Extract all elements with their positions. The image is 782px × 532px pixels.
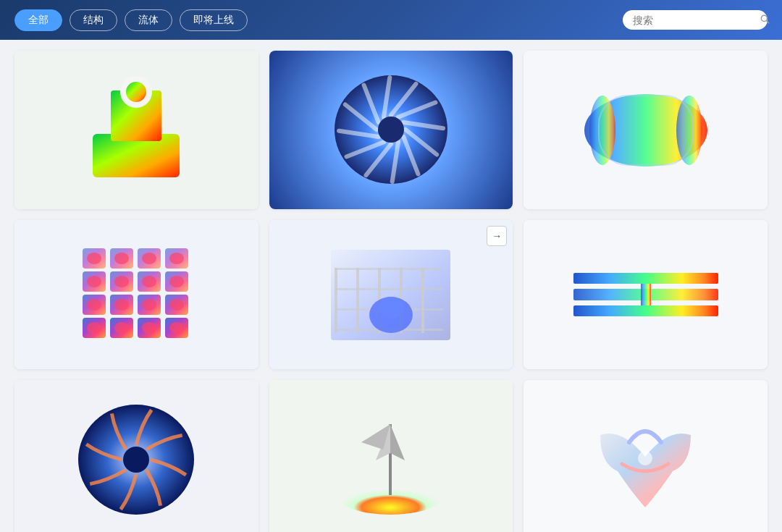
svg-point-95	[638, 451, 652, 465]
svg-rect-69	[421, 268, 424, 333]
svg-point-47	[114, 253, 129, 264]
card-6[interactable]: 工字梁三点弯曲分析APP 创作者：郑子豪 2021/6/19 99 99	[524, 220, 768, 369]
card-image-5: →	[269, 220, 513, 369]
card-2[interactable]: 气泵工况优化 创作者：刘金阳 昨天22:41 99 100	[269, 51, 513, 209]
svg-rect-65	[335, 268, 337, 333]
card-grid: 吊耳有限元分析 创作者:章勇敢 4小时前 100 99	[14, 51, 768, 532]
svg-point-56	[142, 299, 156, 311]
filter-bar: 全部结构流体即将上线	[14, 9, 248, 31]
svg-point-49	[169, 253, 184, 264]
svg-point-54	[87, 299, 101, 311]
card-image-9	[524, 380, 768, 532]
svg-point-52	[142, 276, 156, 287]
filter-btn-即将上线[interactable]: 即将上线	[180, 9, 248, 31]
svg-point-48	[142, 253, 156, 264]
filter-btn-全部[interactable]: 全部	[14, 9, 62, 31]
svg-point-55	[114, 299, 129, 311]
svg-rect-71	[335, 288, 443, 290]
card-5[interactable]: → 气溶胶仿真APP 创作者：王连法 2021/5/11 99	[269, 220, 513, 369]
card-4[interactable]: PCHE换热器模拟分析 创作者：刘杰 2022/3/28 99 99	[14, 220, 258, 369]
card-image-3	[524, 51, 768, 209]
svg-point-85	[123, 447, 149, 473]
svg-point-53	[169, 276, 184, 287]
header: 全部结构流体即将上线	[0, 0, 782, 40]
svg-point-25	[589, 96, 615, 165]
svg-point-5	[126, 82, 146, 102]
svg-point-60	[142, 322, 156, 334]
svg-point-61	[169, 322, 184, 334]
card-8[interactable]: 海上桩基泥沙冲刷分析APP 创作者：詹晓烟 2021/4/17 99 99	[269, 380, 513, 532]
card-image-8	[269, 380, 513, 532]
main-content: 吊耳有限元分析 创作者:章勇敢 4小时前 100 99	[0, 40, 782, 532]
card-image-4	[14, 220, 258, 369]
svg-point-26	[676, 96, 702, 165]
svg-point-58	[87, 322, 101, 334]
card-1[interactable]: 吊耳有限元分析 创作者:章勇敢 4小时前 100 99	[14, 51, 258, 209]
card-3[interactable]: 管嘴力学分析 创作者：郑子豪 2022/4/30 99 99	[524, 51, 768, 209]
svg-point-21	[378, 117, 404, 143]
card-image-2	[269, 51, 513, 209]
svg-point-50	[87, 276, 101, 287]
filter-btn-结构[interactable]: 结构	[70, 9, 117, 31]
svg-marker-91	[390, 424, 405, 460]
svg-point-57	[169, 299, 184, 311]
card-9[interactable]: 冷热三通水管性能评估 创作者：詹晓烟 2021/12/11 99 99	[524, 380, 768, 532]
card-arrow-btn-5[interactable]: →	[487, 226, 507, 246]
svg-point-51	[114, 276, 129, 287]
card-image-7	[14, 380, 258, 532]
search-icon	[760, 14, 770, 26]
filter-btn-流体[interactable]: 流体	[125, 9, 172, 31]
svg-point-59	[114, 322, 129, 334]
svg-point-46	[87, 253, 101, 264]
card-image-1	[14, 51, 258, 209]
search-box[interactable]	[623, 10, 768, 30]
svg-rect-70	[335, 268, 443, 270]
svg-rect-80	[573, 305, 718, 316]
svg-rect-81	[641, 284, 651, 305]
svg-point-75	[378, 297, 404, 318]
svg-rect-78	[573, 273, 718, 284]
svg-rect-66	[356, 268, 359, 333]
search-input[interactable]	[633, 14, 760, 26]
card-7[interactable]: 离心泵流场分析APP 创作者：刘金阳 2021/5/11 99 99	[14, 380, 258, 532]
card-image-6	[524, 220, 768, 369]
svg-line-1	[767, 21, 769, 23]
